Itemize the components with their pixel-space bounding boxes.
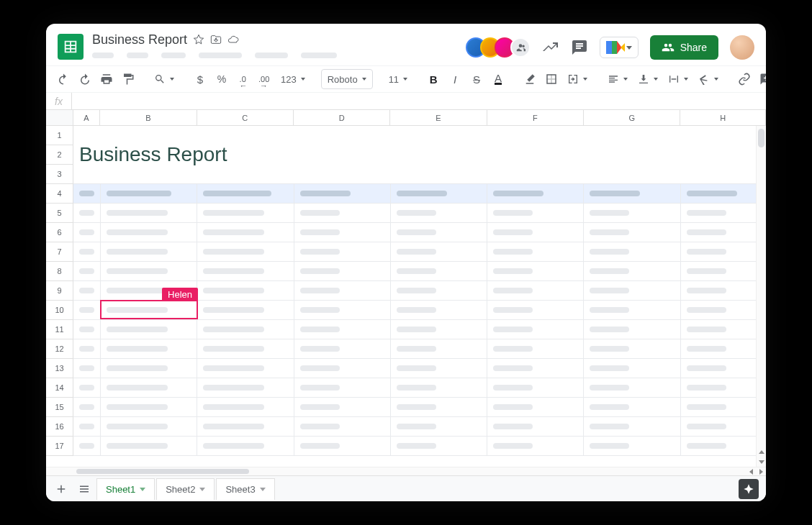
text-color-button[interactable]: A (488, 69, 508, 89)
row-header[interactable]: 1 (46, 126, 73, 145)
cell[interactable] (487, 242, 584, 262)
cell[interactable] (73, 262, 101, 281)
star-icon[interactable] (193, 34, 204, 45)
horizontal-scrollbar[interactable] (46, 467, 766, 475)
cell[interactable] (73, 417, 101, 437)
insert-link-button[interactable] (734, 69, 754, 89)
cell[interactable] (197, 242, 294, 262)
grid-body[interactable]: 1Business Report234567891011121314151617… (46, 126, 766, 467)
merge-cells-dropdown[interactable] (563, 69, 592, 89)
row-header[interactable]: 5 (46, 204, 73, 223)
bold-button[interactable]: B (423, 69, 443, 89)
borders-button[interactable] (541, 69, 561, 89)
number-format-dropdown[interactable]: 123 (276, 69, 310, 89)
cell[interactable] (681, 184, 766, 204)
cell[interactable] (487, 262, 584, 281)
cell[interactable] (197, 223, 294, 242)
cell[interactable] (487, 398, 584, 417)
cell[interactable] (487, 223, 584, 242)
cell[interactable] (391, 223, 487, 242)
insert-comment-button[interactable] (756, 69, 766, 89)
cell[interactable] (681, 437, 766, 456)
sheets-logo-icon[interactable] (58, 34, 84, 60)
cell[interactable] (73, 281, 101, 301)
cell[interactable] (681, 378, 766, 398)
cell[interactable] (487, 320, 584, 339)
cell[interactable] (101, 398, 197, 417)
row-header[interactable]: 10 (46, 301, 73, 320)
column-header[interactable]: C (197, 110, 294, 125)
column-header[interactable]: E (390, 110, 487, 125)
cell[interactable] (391, 339, 487, 359)
vertical-align-dropdown[interactable] (633, 69, 662, 89)
row-header[interactable]: 6 (46, 223, 73, 242)
cell[interactable] (681, 262, 766, 281)
cell[interactable] (101, 242, 197, 262)
cell[interactable] (73, 301, 101, 320)
cell[interactable] (73, 223, 101, 242)
column-header[interactable]: D (294, 110, 390, 125)
cell[interactable] (294, 378, 391, 398)
redo-button[interactable] (75, 69, 95, 89)
horizontal-align-dropdown[interactable] (603, 69, 632, 89)
column-header[interactable]: H (680, 110, 766, 125)
row-header[interactable]: 4 (46, 184, 73, 204)
row-header[interactable]: 7 (46, 242, 73, 262)
row-header[interactable]: 15 (46, 398, 73, 417)
cell[interactable] (487, 378, 584, 398)
cell[interactable] (681, 242, 766, 262)
menu-placeholder[interactable] (255, 52, 288, 58)
column-header[interactable]: G (584, 110, 680, 125)
cell[interactable] (101, 184, 197, 204)
cell[interactable] (584, 301, 680, 320)
add-sheet-button[interactable] (50, 479, 72, 499)
font-family-dropdown[interactable]: Roboto (321, 69, 373, 89)
menubar[interactable] (92, 52, 472, 58)
cell[interactable] (101, 301, 197, 320)
menu-placeholder[interactable] (301, 52, 337, 58)
zoom-dropdown[interactable] (150, 69, 179, 89)
sheet-tab[interactable]: Sheet3 (216, 478, 274, 500)
row-header[interactable]: 2 (46, 145, 73, 165)
spreadsheet-grid[interactable]: ABCDEFGH 1Business Report234567891011121… (46, 110, 766, 467)
cell[interactable] (681, 320, 766, 339)
cell[interactable] (73, 437, 101, 456)
scroll-thumb[interactable] (76, 469, 249, 474)
cell[interactable] (584, 359, 680, 378)
cell[interactable] (73, 398, 101, 417)
column-header[interactable]: F (487, 110, 584, 125)
cell[interactable] (584, 339, 680, 359)
cell[interactable] (294, 223, 391, 242)
cell[interactable] (487, 359, 584, 378)
activity-trend-icon[interactable] (542, 39, 559, 56)
vertical-scrollbar[interactable] (756, 126, 766, 467)
cell[interactable] (584, 204, 680, 223)
undo-button[interactable] (53, 69, 73, 89)
cell[interactable] (294, 281, 391, 301)
all-sheets-button[interactable] (73, 479, 95, 499)
cell[interactable] (487, 339, 584, 359)
decrease-decimal-button[interactable]: .0←.0 (233, 69, 253, 89)
cell[interactable] (391, 242, 487, 262)
cell[interactable] (101, 223, 197, 242)
cell[interactable] (391, 184, 487, 204)
cell[interactable] (294, 320, 391, 339)
scroll-up-arrow-icon[interactable] (757, 447, 766, 457)
cell[interactable] (391, 417, 487, 437)
meet-button[interactable] (600, 37, 639, 58)
cell[interactable] (681, 398, 766, 417)
cell[interactable] (101, 281, 197, 301)
cell[interactable] (294, 339, 391, 359)
cell[interactable] (487, 184, 584, 204)
row-header[interactable]: 12 (46, 339, 73, 359)
cell[interactable] (584, 398, 680, 417)
cell[interactable] (391, 262, 487, 281)
account-avatar[interactable] (730, 35, 754, 60)
cell[interactable] (197, 301, 294, 320)
percent-button[interactable]: % (212, 69, 232, 89)
cell[interactable] (101, 320, 197, 339)
cell[interactable] (584, 184, 680, 204)
cell[interactable] (391, 320, 487, 339)
move-folder-icon[interactable] (210, 34, 222, 45)
cell[interactable] (681, 281, 766, 301)
